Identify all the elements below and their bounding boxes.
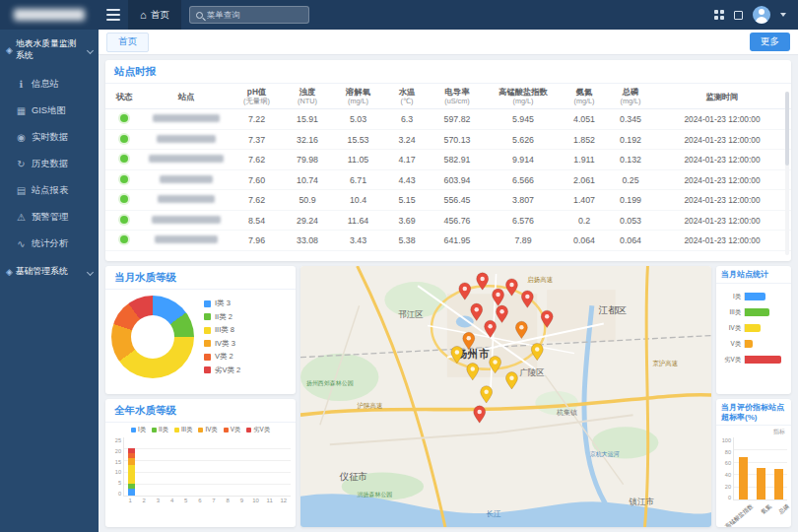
table-cell: 3.24 [385, 135, 429, 145]
table-cell: 556.45 [429, 195, 486, 205]
monitor-time-cell: 2024-01-23 12:00:00 [653, 114, 791, 124]
table-row[interactable]: 7.6250.910.45.15556.453.8071.4070.199202… [105, 190, 791, 211]
vbar-总磷[interactable] [774, 469, 783, 499]
stats-icon: ∿ [16, 238, 27, 249]
table-row[interactable]: 7.6279.9811.054.17582.919.9141.9110.1322… [105, 150, 791, 170]
map-label: 启扬高速 [527, 276, 553, 284]
table-row[interactable]: 7.6010.746.714.43603.946.5662.0610.25202… [105, 170, 791, 191]
vbar-高锰酸盐指数[interactable] [739, 457, 748, 500]
hbar-row-I类[interactable]: I类 [720, 293, 785, 301]
sidebar-item-GIS地图[interactable]: ▦GIS地图 [0, 98, 99, 124]
topbar-home-link[interactable]: ⌂ 首页 [128, 0, 181, 30]
map-icon: ▦ [16, 105, 27, 116]
panel-title-exceed-rate: 当月评价指标站点超标率(%) [716, 399, 791, 426]
table-cell: 0.053 [608, 216, 653, 226]
hbar-row-IV类[interactable]: IV类 [720, 324, 785, 333]
sidebar-item-历史数据[interactable]: ↻历史数据 [0, 151, 99, 177]
menu-search-input[interactable] [207, 10, 296, 20]
map-label: 扬州西郊森林公园 [306, 380, 354, 387]
scrollbar[interactable] [785, 92, 789, 255]
hbar-row-劣V类[interactable]: 劣V类 [720, 356, 785, 365]
legend-item[interactable]: 劣V类 [246, 426, 270, 434]
sidebar-group-monitoring-system[interactable]: ◈ 地表水质量监测系统 [0, 30, 99, 71]
fullscreen-icon[interactable] [734, 11, 743, 20]
exceed-bar-chart[interactable] [733, 437, 787, 500]
legend-item[interactable]: V类 [224, 426, 241, 434]
avatar[interactable] [753, 6, 770, 24]
table-cell: 4.17 [385, 155, 429, 165]
home-icon: ⌂ [140, 9, 147, 21]
legend-item[interactable]: I类 [131, 426, 146, 434]
table-cell: 597.82 [429, 114, 486, 124]
table-cell: 6.3 [385, 114, 429, 124]
sidebar-item-label: 历史数据 [32, 158, 68, 170]
legend-item[interactable]: V类 2 [204, 352, 240, 362]
chevron-down-icon[interactable] [780, 13, 786, 17]
table-cell: 582.91 [429, 155, 486, 165]
sidebar-toggle-icon[interactable] [99, 0, 128, 30]
gis-map-panel[interactable]: 扬州市邗江区广陵区江都区仪征市镇江市杭集镇沪陕高速启扬高速京沪高速扬州西郊森林公… [300, 266, 711, 527]
table-cell: 7.89 [486, 235, 561, 245]
station-name-redacted [158, 195, 215, 203]
table-cell: 9.914 [486, 155, 561, 165]
legend-item[interactable]: II类 2 [204, 312, 240, 322]
legend-item[interactable]: 劣V类 2 [204, 366, 240, 375]
column-header: 监测时间 [653, 92, 791, 101]
tab-home[interactable]: 首页 [106, 33, 149, 52]
legend-item[interactable]: IV类 [198, 426, 217, 434]
column-header: 状态 [105, 92, 143, 101]
month-quality-donut-chart[interactable] [111, 296, 194, 378]
legend-item[interactable]: I类 3 [204, 299, 240, 308]
system-icon: ◈ [6, 45, 13, 55]
year-stacked-bar-chart[interactable] [123, 437, 291, 497]
scrollbar-thumb[interactable] [785, 92, 789, 166]
table-header: 状态站点pH值(无量纲)浊度(NTU)溶解氧(mg/L)水温(℃)电导率(uS/… [105, 84, 791, 109]
sidebar-group-base-system[interactable]: ◈ 基础管理系统 [0, 257, 99, 287]
station-name-redacted [152, 216, 221, 224]
report-icon: ▤ [16, 185, 27, 196]
legend-item[interactable]: III类 8 [204, 325, 240, 335]
map-label: 广陵区 [519, 367, 544, 377]
hbar-label: I类 [720, 293, 741, 301]
info-icon: ℹ [16, 79, 27, 90]
table-cell: 1.911 [561, 155, 608, 165]
table-cell: 1.852 [561, 135, 608, 145]
vbar-category-label: 高锰酸盐指数 [724, 502, 756, 527]
table-cell: 32.16 [284, 135, 331, 145]
legend-item[interactable]: III类 [174, 426, 193, 434]
table-row[interactable]: 7.9633.083.435.38641.957.890.0640.064202… [105, 231, 791, 251]
column-header: 溶解氧(mg/L) [331, 87, 385, 105]
table-cell: 4.43 [385, 175, 429, 185]
apps-grid-icon[interactable] [714, 10, 724, 20]
sidebar-item-信息站[interactable]: ℹ信息站 [0, 71, 99, 98]
sidebar-item-实时数据[interactable]: ◉实时数据 [0, 124, 99, 151]
menu-search-box[interactable] [189, 6, 309, 24]
table-row[interactable]: 7.2215.915.036.3597.825.9454.0510.345202… [105, 109, 791, 130]
station-name-redacted [149, 155, 224, 163]
table-cell: 641.95 [429, 235, 486, 245]
stacked-bar-month-1[interactable] [128, 448, 135, 496]
sidebar-item-站点报表[interactable]: ▤站点报表 [0, 177, 99, 204]
table-cell: 3.69 [385, 216, 429, 226]
sidebar-item-label: 站点报表 [32, 184, 68, 197]
legend-item[interactable]: IV类 3 [204, 339, 240, 349]
legend-item[interactable]: II类 [152, 426, 168, 434]
city-map[interactable]: 扬州市邗江区广陵区江都区仪征市镇江市杭集镇沪陕高速启扬高速京沪高速扬州西郊森林公… [300, 266, 711, 527]
table-row[interactable]: 7.3732.1615.533.24570.135.6261.8520.1922… [105, 130, 791, 151]
exceed-rate-panel: 当月评价指标站点超标率(%) 指标 020406080100 高锰酸盐指数氨氮总… [716, 399, 791, 527]
table-cell: 5.945 [486, 114, 561, 124]
month-station-hbar-chart[interactable]: I类III类IV类V类劣V类 [716, 284, 791, 370]
more-button[interactable]: 更多 [750, 33, 790, 51]
table-cell: 0.064 [561, 235, 608, 245]
table-row[interactable]: 8.5429.2411.643.69456.766.5760.20.053202… [105, 211, 791, 232]
vbar-氨氮[interactable] [757, 468, 765, 499]
table-cell: 7.62 [230, 195, 284, 205]
hbar-row-V类[interactable]: V类 [720, 340, 785, 349]
sidebar-item-统计分析[interactable]: ∿统计分析 [0, 231, 99, 257]
station-name-redacted [157, 135, 216, 143]
monitor-time-cell: 2024-01-23 12:00:00 [653, 216, 791, 226]
hbar-row-III类[interactable]: III类 [720, 308, 785, 317]
status-dot [120, 135, 128, 143]
hbar-label: 劣V类 [720, 356, 741, 365]
sidebar-item-预警管理[interactable]: ⚠预警管理 [0, 204, 99, 231]
